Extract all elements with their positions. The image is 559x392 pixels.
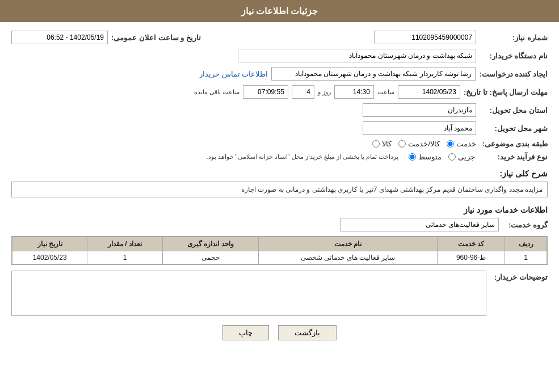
need-number-input [374,31,476,44]
col-qty: تعداد / مقدار [87,237,162,251]
creator-input [271,67,476,81]
col-name: نام خدمت [259,237,438,251]
table-row: 1 ط-96-960 سایر فعالیت های خدماتی شخصی ح… [12,251,547,264]
city-input [363,121,476,135]
cell-name: سایر فعالیت های خدماتی شخصی [259,251,438,264]
services-table: ردیف کد خدمت نام خدمت واحد اندازه گیری ت… [11,236,548,265]
col-unit: واحد اندازه گیری [162,237,258,251]
remaining-days-label: روز و [318,88,331,96]
page-title: جزئیات اطلاعات نیاز [241,6,318,16]
response-date-input [398,85,460,99]
need-number-label: شماره نیاز: [480,33,548,42]
service-group-label: گروه خدمت: [502,221,548,229]
process-option-jozii[interactable]: جزیی [448,153,475,161]
cell-date: 1402/05/23 [12,251,87,264]
cell-code: ط-96-960 [437,251,505,264]
col-code: کد خدمت [437,237,505,251]
process-type-radio-group: متوسط جزیی [409,153,475,161]
contact-info-link[interactable]: اطلاعات تماس خریدار [199,70,268,78]
remaining-time-input [243,85,288,99]
process-option-motavaset[interactable]: متوسط [409,153,442,161]
process-type-label: نوع فرآیند خرید: [480,153,548,161]
remaining-time-label: ساعت باقی مانده [194,88,239,96]
category-label: طبقه بندی موضوعی: [480,140,548,148]
response-deadline-label: مهلت ارسال پاسخ: تا تاریخ: [464,88,548,96]
print-button[interactable]: چاپ [222,325,269,340]
services-section-title: اطلاعات خدمات مورد نیاز [11,205,548,214]
back-button[interactable]: بازگشت [278,325,337,340]
buyer-notes-textarea[interactable] [11,271,486,316]
service-group-input [340,218,499,231]
category-option-khedmat[interactable]: خدمت [447,140,476,148]
cell-row: 1 [505,251,547,264]
province-label: استان محل تحویل: [480,106,548,115]
col-row: ردیف [505,237,547,251]
col-date: تاریخ نیاز [12,237,87,251]
page-header: جزئیات اطلاعات نیاز [0,0,559,22]
province-input [363,103,476,117]
process-note: پرداخت تمام یا بخشی از مبلغ خریداز محل "… [206,153,398,161]
city-label: شهر محل تحویل: [480,124,548,133]
action-buttons: بازگشت چاپ [11,325,548,340]
cell-unit: حجمی [162,251,258,264]
buyer-notes-label: توضیحات خریدار: [491,271,548,281]
buyer-org-input [238,49,476,62]
creator-label: ایجاد کننده درخواست: [479,70,548,78]
remaining-days-input [292,85,314,99]
response-time-label: ساعت [377,88,394,96]
category-option-kala[interactable]: کالا [372,140,392,148]
date-announce-label: تاریخ و ساعت اعلان عمومی: [111,33,201,42]
need-description-box: مزایده مجدد واگذاری ساختمان قدیم مرکز به… [11,182,548,197]
cell-qty: 1 [87,251,162,264]
buyer-org-label: نام دستگاه خریدار: [480,52,548,60]
response-time-input [334,85,374,99]
need-description-section-title: شرح کلی نیاز: [11,169,548,178]
category-option-kala-khedmat[interactable]: کالا/خدمت [398,140,440,148]
category-radio-group: کالا کالا/خدمت خدمت [372,140,476,148]
date-announce-input [11,31,108,44]
